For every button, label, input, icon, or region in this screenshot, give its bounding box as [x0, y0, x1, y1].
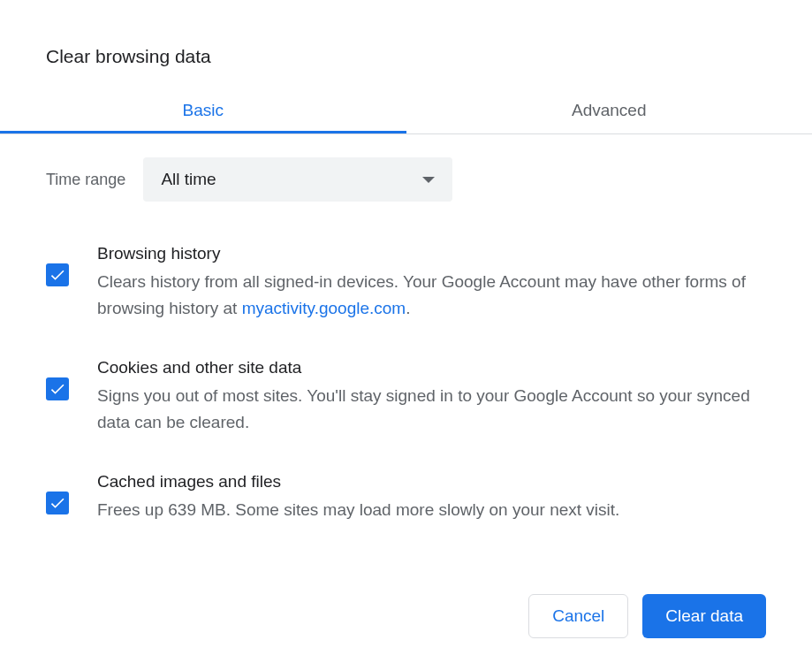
option-browsing-history: Browsing history Clears history from all…: [46, 244, 766, 323]
tab-content: Time range All time Browsing history Cle…: [0, 134, 812, 576]
option-desc-cache: Frees up 639 MB. Some sites may load mor…: [97, 497, 766, 523]
option-cache: Cached images and files Frees up 639 MB.…: [46, 472, 766, 523]
checkbox-browsing-history[interactable]: [46, 263, 69, 286]
clear-data-button-label: Clear data: [665, 606, 743, 626]
option-desc-post: .: [406, 299, 410, 317]
checkbox-cookies[interactable]: [46, 377, 69, 400]
option-desc-cookies: Signs you out of most sites. You'll stay…: [97, 383, 766, 437]
tab-advanced-label: Advanced: [572, 101, 647, 119]
check-icon: [49, 494, 66, 512]
dialog-title: Clear browsing data: [0, 0, 812, 67]
tabs-container: Basic Advanced: [0, 88, 812, 134]
check-icon: [49, 266, 66, 284]
chevron-down-icon: [422, 177, 435, 183]
cancel-button[interactable]: Cancel: [528, 594, 628, 638]
clear-browsing-data-dialog: Clear browsing data Basic Advanced Time …: [0, 0, 812, 576]
time-range-select[interactable]: All time: [143, 157, 452, 202]
tab-advanced[interactable]: Advanced: [406, 88, 813, 133]
option-text: Cookies and other site data Signs you ou…: [97, 358, 766, 437]
time-range-row: Time range All time: [46, 157, 766, 202]
option-desc-browsing-history: Clears history from all signed-in device…: [97, 269, 766, 323]
time-range-selected-value: All time: [161, 170, 422, 189]
checkbox-cache[interactable]: [46, 492, 69, 514]
option-cookies: Cookies and other site data Signs you ou…: [46, 358, 766, 437]
tab-basic-label: Basic: [183, 101, 224, 119]
check-icon: [49, 380, 66, 398]
cancel-button-label: Cancel: [552, 606, 604, 626]
myactivity-link[interactable]: myactivity.google.com: [242, 299, 406, 317]
clear-data-button[interactable]: Clear data: [642, 594, 766, 638]
tab-basic[interactable]: Basic: [0, 88, 406, 133]
dialog-footer: Cancel Clear data: [0, 577, 812, 663]
option-text: Browsing history Clears history from all…: [97, 244, 766, 323]
option-title-cookies: Cookies and other site data: [97, 358, 766, 377]
option-desc-pre: Clears history from all signed-in device…: [97, 272, 746, 317]
option-title-browsing-history: Browsing history: [97, 244, 766, 263]
time-range-label: Time range: [46, 171, 125, 189]
option-text: Cached images and files Frees up 639 MB.…: [97, 472, 766, 523]
option-title-cache: Cached images and files: [97, 472, 766, 492]
